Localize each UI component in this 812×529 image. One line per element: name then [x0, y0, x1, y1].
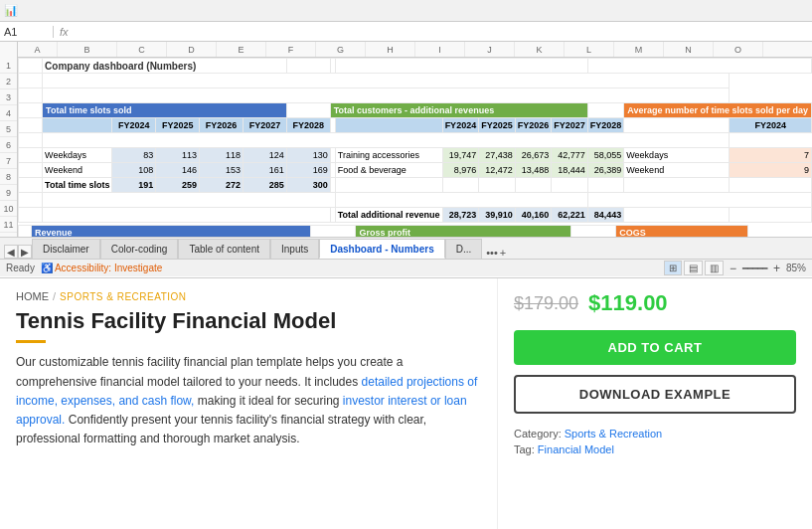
cell: [43, 133, 730, 148]
product-description: Our customizable tennis facility financi…: [16, 353, 481, 448]
col-h: H: [366, 42, 415, 57]
cell-fy: [335, 118, 442, 133]
cell: 108: [112, 163, 156, 178]
cell: 285: [243, 178, 286, 193]
formula-bar: A1 fx: [0, 22, 812, 42]
cell: Weekdays: [43, 148, 112, 163]
cell: [19, 74, 43, 88]
cell: [442, 178, 479, 193]
zoom-plus[interactable]: +: [773, 262, 780, 275]
cell: 84,443: [587, 208, 624, 223]
section-header-customers: Total customers - additional revenues: [330, 103, 587, 118]
cell: 272: [200, 178, 244, 193]
cell: [19, 178, 43, 193]
tag-link[interactable]: Financial Model: [538, 443, 614, 455]
add-to-cart-button[interactable]: ADD TO CART: [514, 330, 796, 365]
tab-scroll-left[interactable]: ◀: [4, 245, 18, 259]
category-link[interactable]: Sports & Recreation: [565, 428, 662, 440]
cell-fy: FY2026: [200, 118, 244, 133]
col-c: C: [117, 42, 167, 57]
cell: [552, 178, 588, 193]
col-headers: A B C D E F G H I J K L M N O: [18, 42, 812, 58]
price-row: $179.00 $119.00: [514, 290, 796, 316]
cell: [587, 178, 624, 193]
breadcrumb-home[interactable]: HOME: [16, 290, 49, 302]
col-k: K: [515, 42, 565, 57]
cell: [624, 178, 730, 193]
tab-scroll-right[interactable]: ▶: [18, 245, 32, 259]
cell-fy: FY2028: [286, 118, 330, 133]
table-row: Weekend 108 146 153 161 169 Food & bever…: [19, 163, 812, 178]
cell: [624, 208, 730, 223]
cell: 19,747: [442, 148, 479, 163]
spreadsheet-table-2: Revenue Gross profit COGS FY2024 FY2025 …: [18, 225, 812, 237]
tab-d[interactable]: D...: [445, 239, 483, 259]
download-example-button[interactable]: DOWNLOAD EXAMPLE: [514, 375, 796, 414]
cell: Food & beverage: [335, 163, 442, 178]
row-num: 3: [0, 89, 17, 105]
table-row: Company dashboard (Numbers): [19, 59, 812, 74]
cell: 13,488: [515, 163, 552, 178]
page-layout-btn[interactable]: ▤: [684, 261, 703, 275]
price-sale: $119.00: [588, 290, 668, 316]
tab-inputs[interactable]: Inputs: [270, 239, 319, 259]
title-underline: [16, 340, 46, 343]
col-e: E: [217, 42, 266, 57]
col-a: A: [18, 42, 58, 57]
tab-disclaimer[interactable]: Disclaimer: [32, 239, 100, 259]
page-break-btn[interactable]: ▥: [705, 261, 724, 275]
category-label: Category:: [514, 428, 562, 440]
cell-fy: FY2024: [730, 118, 812, 133]
zoom-slider: ━━━━━: [742, 264, 767, 273]
normal-view-btn[interactable]: ⊞: [664, 261, 682, 275]
row-num: 1: [0, 58, 17, 74]
spreadsheet-area: 📊 A1 fx 1 2 3 4 5 6 7 8 9 10 11 12: [0, 0, 812, 278]
cell: Weekdays: [624, 148, 730, 163]
status-text: Ready: [6, 263, 35, 273]
zoom-level: 85%: [786, 263, 806, 273]
cell: 27,438: [479, 148, 516, 163]
toolbar-icon: 📊: [4, 4, 18, 17]
cell: Training accessories: [335, 148, 442, 163]
cell: 28,723: [442, 208, 479, 223]
cell: 113: [156, 148, 200, 163]
cell: [43, 88, 730, 103]
cell: 300: [286, 178, 330, 193]
col-o: O: [714, 42, 763, 57]
cell: [479, 178, 516, 193]
product-area: HOME / SPORTS & RECREATION Tennis Facili…: [0, 278, 812, 529]
table-row: FY2024 FY2025 FY2026 FY2027 FY2028 FY202…: [19, 118, 812, 133]
cell: [311, 226, 356, 238]
cell: 39,910: [479, 208, 516, 223]
cell: [587, 103, 624, 118]
tab-dashboard-numbers[interactable]: Dashboard - Numbers: [319, 239, 444, 259]
breadcrumb-category[interactable]: SPORTS & RECREATION: [60, 291, 186, 302]
cell: 12,472: [479, 163, 516, 178]
row-num: 11: [0, 217, 17, 233]
cell-fy: FY2027: [243, 118, 286, 133]
cell: 124: [243, 148, 286, 163]
zoom-minus[interactable]: −: [730, 262, 736, 275]
cell: [587, 193, 811, 208]
cell: [19, 148, 43, 163]
category-row: Category: Sports & Recreation: [514, 428, 796, 440]
cell: 42,777: [552, 148, 588, 163]
cell: 18,444: [552, 163, 588, 178]
tab-color-coding[interactable]: Color-coding: [100, 239, 179, 259]
cell-fy: FY2026: [515, 118, 552, 133]
cell: [515, 178, 552, 193]
tab-table-of-content[interactable]: Table of content: [178, 239, 270, 259]
tab-more[interactable]: ••• +: [482, 247, 510, 259]
cell-fy: FY2025: [156, 118, 200, 133]
col-d: D: [167, 42, 217, 57]
accessibility-text: ♿ Accessibility: Investigate: [41, 263, 162, 273]
row-num: 2: [0, 74, 17, 89]
cell: [19, 118, 43, 133]
col-f: F: [266, 42, 316, 57]
cell: [19, 103, 43, 118]
col-l: L: [565, 42, 614, 57]
view-buttons: ⊞ ▤ ▥: [664, 261, 724, 275]
cell-reference: A1: [4, 26, 54, 38]
row-num: 6: [0, 137, 17, 153]
row-num: 12: [0, 233, 17, 237]
